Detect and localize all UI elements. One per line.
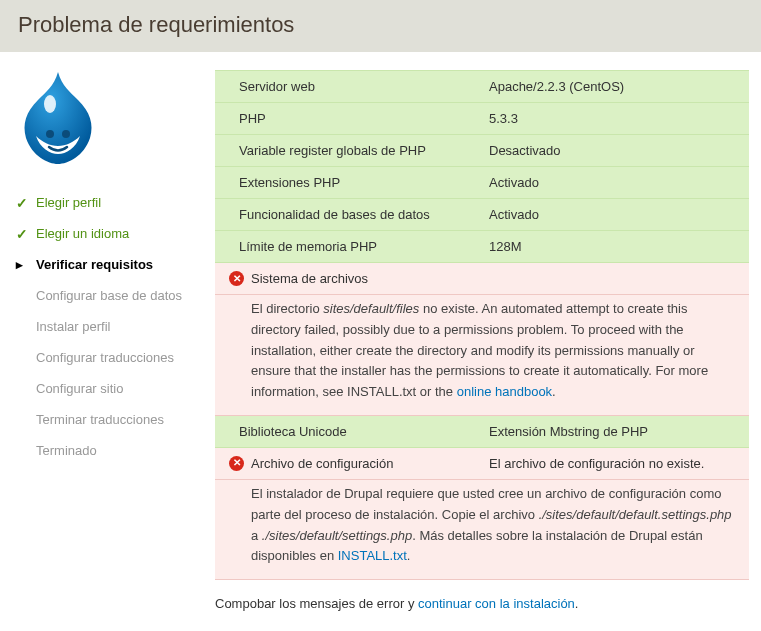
svg-point-1 [46, 130, 54, 138]
step-choose-language: Elegir un idioma [10, 218, 215, 249]
req-label: Variable register globals de PHP [215, 135, 465, 167]
page-title: Problema de requerimientos [18, 12, 743, 38]
req-error-label: Sistema de archivos [215, 263, 749, 295]
req-label: Funcionalidad de bases de datos [215, 199, 465, 231]
table-row: Variable register globals de PHP Desacti… [215, 135, 749, 167]
drupal-logo-icon [16, 70, 215, 169]
requirements-panel: Servidor web Apache/2.2.3 (CentOS) PHP 5… [215, 70, 761, 611]
table-row-error: Sistema de archivos [215, 263, 749, 295]
step-label: Elegir perfil [36, 195, 101, 210]
step-configure-translations: Configurar traducciones [10, 342, 215, 373]
step-finish-translations: Terminar traducciones [10, 404, 215, 435]
step-label: Configurar base de datos [36, 288, 182, 303]
step-finished: Terminado [10, 435, 215, 466]
requirements-table: Servidor web Apache/2.2.3 (CentOS) PHP 5… [215, 70, 749, 580]
req-value: Activado [465, 167, 749, 199]
step-label: Terminado [36, 443, 97, 458]
table-row-error: Archivo de configuración El archivo de c… [215, 447, 749, 479]
file-path: ./sites/default/default.settings.php [539, 507, 732, 522]
online-handbook-link[interactable]: online handbook [457, 384, 552, 399]
step-configure-site: Configurar sitio [10, 373, 215, 404]
req-error-desc: El instalador de Drupal requiere que ust… [215, 479, 749, 579]
file-path: sites/default/files [323, 301, 419, 316]
step-install-profile: Instalar perfil [10, 311, 215, 342]
table-row: Límite de memoria PHP 128M [215, 231, 749, 263]
req-label: PHP [215, 103, 465, 135]
table-row-error-body: El instalador de Drupal requiere que ust… [215, 479, 749, 579]
table-row: Biblioteca Unicode Extensión Mbstring de… [215, 415, 749, 447]
req-error-desc: El directorio sites/default/files no exi… [215, 295, 749, 416]
req-error-value: El archivo de configuración no existe. [465, 447, 749, 479]
req-label: Biblioteca Unicode [215, 415, 465, 447]
step-choose-profile: Elegir perfil [10, 187, 215, 218]
install-txt-link[interactable]: INSTALL.txt [338, 548, 407, 563]
req-value: Activado [465, 199, 749, 231]
table-row: Servidor web Apache/2.2.3 (CentOS) [215, 71, 749, 103]
req-value: Desactivado [465, 135, 749, 167]
svg-point-2 [62, 130, 70, 138]
req-label-text: Archivo de configuración [251, 456, 393, 471]
table-row: Funcionalidad de bases de datos Activado [215, 199, 749, 231]
step-label: Verificar requisitos [36, 257, 153, 272]
req-value: Extensión Mbstring de PHP [465, 415, 749, 447]
req-label: Servidor web [215, 71, 465, 103]
req-value: Apache/2.2.3 (CentOS) [465, 71, 749, 103]
file-path: ./sites/default/settings.php [262, 528, 412, 543]
table-row: PHP 5.3.3 [215, 103, 749, 135]
step-label: Instalar perfil [36, 319, 110, 334]
table-row: Extensiones PHP Activado [215, 167, 749, 199]
continue-installation-link[interactable]: continuar con la instalación [418, 596, 575, 611]
req-label-text: Sistema de archivos [251, 271, 368, 286]
error-icon [229, 456, 244, 471]
table-row-error-body: El directorio sites/default/files no exi… [215, 295, 749, 416]
step-configure-db: Configurar base de datos [10, 280, 215, 311]
step-label: Elegir un idioma [36, 226, 129, 241]
content: Elegir perfil Elegir un idioma Verificar… [0, 52, 761, 631]
install-steps: Elegir perfil Elegir un idioma Verificar… [10, 187, 215, 466]
step-label: Terminar traducciones [36, 412, 164, 427]
req-error-label: Archivo de configuración [215, 447, 465, 479]
sidebar: Elegir perfil Elegir un idioma Verificar… [10, 70, 215, 611]
step-label: Configurar sitio [36, 381, 123, 396]
req-value: 128M [465, 231, 749, 263]
step-label: Configurar traducciones [36, 350, 174, 365]
error-icon [229, 271, 244, 286]
req-value: 5.3.3 [465, 103, 749, 135]
svg-point-0 [44, 95, 56, 113]
req-label: Límite de memoria PHP [215, 231, 465, 263]
page-header: Problema de requerimientos [0, 0, 761, 52]
req-label: Extensiones PHP [215, 167, 465, 199]
footer-message: Compobar los mensajes de error y continu… [215, 596, 749, 611]
step-verify-requirements: Verificar requisitos [10, 249, 215, 280]
